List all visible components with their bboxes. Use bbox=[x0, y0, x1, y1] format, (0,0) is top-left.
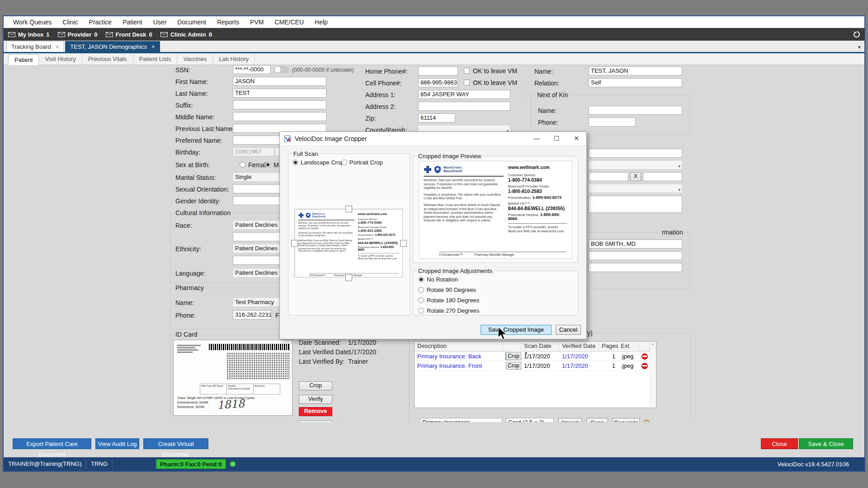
pharmacy-phone-field[interactable]: 316-262-2231 bbox=[233, 310, 272, 319]
subtab-patient-lists[interactable]: Patient Lists bbox=[133, 54, 178, 65]
table-row[interactable]: Primary Insurance: Front Crop 1/17/2020 … bbox=[415, 361, 656, 371]
sex-male-radio[interactable] bbox=[265, 162, 271, 168]
col-verified-date[interactable]: Verified Date bbox=[559, 342, 599, 351]
crop-handle-bottom[interactable] bbox=[345, 274, 352, 281]
sex-female-radio[interactable] bbox=[240, 162, 245, 168]
maximize-icon[interactable]: ☐ bbox=[547, 132, 566, 145]
document-type-select[interactable]: Primary Insurance▾ bbox=[420, 418, 502, 422]
row-crop-button[interactable]: Crop bbox=[506, 352, 521, 360]
crop-handle-top[interactable] bbox=[345, 206, 352, 212]
no-rotation-radio[interactable] bbox=[418, 277, 424, 282]
last-name-field[interactable]: TEST bbox=[233, 89, 326, 98]
home-vm-checkbox[interactable] bbox=[464, 68, 470, 74]
inbox-clinic-admin[interactable]: Clinic Admin 0 bbox=[160, 31, 212, 38]
subtab-visit-history[interactable]: Visit History bbox=[39, 54, 82, 65]
create-virtual-encounter-button[interactable]: Create Virtual Encounter bbox=[143, 438, 208, 449]
zip-field[interactable]: 61114 bbox=[418, 113, 455, 122]
col-pages[interactable]: Pages bbox=[599, 342, 618, 351]
remove-button[interactable]: Remove bbox=[299, 407, 332, 416]
menu-clinic[interactable]: Clinic bbox=[57, 17, 83, 27]
menu-practice[interactable]: Practice bbox=[84, 17, 117, 27]
actual-size-link[interactable]: Actual Size bbox=[262, 422, 292, 422]
extra-field-1[interactable] bbox=[589, 149, 682, 158]
close-icon[interactable]: ✕ bbox=[566, 132, 586, 145]
suffix-field[interactable] bbox=[233, 100, 326, 109]
emergency-name-field[interactable]: TEST, JASON bbox=[589, 66, 682, 75]
tab-demographics[interactable]: TEST, JASON Demographics × bbox=[65, 41, 160, 52]
view-audit-log-button[interactable]: View Audit Log bbox=[95, 438, 139, 449]
menu-user[interactable]: User bbox=[148, 17, 172, 27]
provider-field[interactable]: BOB SMITH, MD bbox=[589, 239, 682, 249]
minimize-icon[interactable]: — bbox=[527, 132, 547, 145]
landscape-crop-radio[interactable] bbox=[292, 160, 298, 165]
save-and-close-button[interactable]: Save & Close bbox=[799, 438, 853, 449]
full-scan-thumbnail[interactable]: BlueCrossBlueShield Members: See your be… bbox=[294, 209, 403, 277]
provider-extra-field-2[interactable] bbox=[589, 263, 682, 272]
table-row[interactable]: Primary Insurance: Back Crop 1/17/2020 1… bbox=[415, 352, 656, 361]
menu-help[interactable]: Help bbox=[310, 17, 333, 27]
inbox-my-inbox[interactable]: My Inbox 1 bbox=[8, 31, 50, 38]
ssn-field[interactable]: ***-**-0000 bbox=[233, 65, 271, 74]
nok-name-field[interactable] bbox=[589, 106, 682, 115]
extra-field-3[interactable] bbox=[643, 172, 682, 181]
provider-extra-field-1[interactable] bbox=[589, 251, 682, 260]
birthday-field[interactable]: 10/6/1967 bbox=[233, 147, 274, 156]
rotate-180-radio[interactable] bbox=[418, 297, 424, 303]
relation-field[interactable]: Self bbox=[589, 78, 682, 87]
address2-field[interactable] bbox=[418, 102, 510, 111]
verify-button[interactable]: Verify bbox=[299, 395, 332, 404]
inbox-provider[interactable]: Provider 0 bbox=[58, 31, 98, 38]
document-link[interactable]: Primary Insurance: Front bbox=[415, 362, 503, 369]
clear-button[interactable]: X bbox=[630, 172, 641, 181]
subtab-patient[interactable]: Patient bbox=[8, 54, 39, 65]
subtab-lab-history[interactable]: Lab History bbox=[213, 54, 255, 65]
subtab-previous-vitals[interactable]: Previous Vitals bbox=[82, 54, 133, 65]
close-icon[interactable]: × bbox=[151, 43, 155, 50]
dialog-title-bar[interactable]: VelociDoc Image Cropper — ☐ ✕ bbox=[280, 132, 586, 145]
col-description[interactable]: Description bbox=[415, 342, 503, 351]
extra-notes-box[interactable] bbox=[589, 196, 682, 213]
delete-icon[interactable] bbox=[642, 353, 648, 360]
menu-reports[interactable]: Reports bbox=[212, 17, 244, 27]
verified-date-link[interactable]: 1/17/2020 bbox=[559, 362, 599, 369]
export-patient-care-button[interactable]: Export Patient Care Document bbox=[13, 438, 91, 449]
tab-tracking-board[interactable]: Tracking Board × bbox=[6, 41, 64, 52]
rotate-90-radio[interactable] bbox=[418, 287, 424, 293]
cancel-button[interactable]: Cancel bbox=[556, 325, 581, 335]
tab-overflow-chevron-icon[interactable]: ▼ bbox=[857, 45, 862, 50]
menu-cme-ceu[interactable]: CME/CEU bbox=[270, 17, 309, 27]
close-button[interactable]: Close bbox=[761, 438, 798, 449]
address1-field[interactable]: 854 JASPER WAY bbox=[418, 90, 510, 99]
card-size-select[interactable]: Card (3.5 x 2)▾ bbox=[506, 418, 554, 422]
col-ext[interactable]: Ext bbox=[618, 342, 639, 351]
col-scan-date[interactable]: Scan Date ▼ bbox=[521, 342, 559, 351]
delete-icon[interactable] bbox=[642, 363, 648, 369]
crop-button[interactable]: Crop bbox=[299, 381, 332, 390]
extra-field-2[interactable] bbox=[589, 172, 628, 181]
save-cropped-image-button[interactable]: Save Cropped Image bbox=[481, 325, 552, 335]
verified-date-link[interactable]: 1/17/2020 bbox=[559, 353, 599, 360]
cell-vm-checkbox[interactable] bbox=[464, 80, 470, 85]
refresh-icon[interactable] bbox=[853, 30, 861, 38]
inbox-front-desk[interactable]: Front Desk 0 bbox=[106, 31, 152, 38]
crop-handle-left[interactable] bbox=[291, 240, 298, 247]
table-scrollbar[interactable]: ▲ bbox=[650, 342, 656, 407]
first-name-field[interactable]: JASON bbox=[233, 77, 326, 86]
gear-icon[interactable]: ⚙ bbox=[643, 418, 651, 422]
middle-name-field[interactable] bbox=[233, 112, 326, 121]
ssn-unknown-toggle[interactable] bbox=[274, 66, 289, 73]
cell-phone-field[interactable]: 866-995-9863 bbox=[418, 78, 458, 87]
extra-select-2[interactable]: ▾ bbox=[589, 184, 682, 193]
menu-patient[interactable]: Patient bbox=[118, 17, 147, 27]
menu-document[interactable]: Document bbox=[172, 17, 211, 27]
row-crop-button[interactable]: Crop bbox=[506, 362, 521, 370]
document-link[interactable]: Primary Insurance: Back bbox=[415, 353, 503, 360]
subtab-vaccines[interactable]: Vaccines bbox=[177, 54, 213, 65]
rotate-270-radio[interactable] bbox=[418, 308, 424, 314]
crop-handle-right[interactable] bbox=[400, 240, 407, 247]
nok-phone-field[interactable] bbox=[589, 117, 636, 127]
scan-button[interactable]: Scan bbox=[299, 420, 332, 422]
generate-button[interactable]: Generate bbox=[613, 418, 640, 422]
home-phone-field[interactable] bbox=[418, 66, 458, 75]
close-icon[interactable]: × bbox=[56, 43, 59, 50]
